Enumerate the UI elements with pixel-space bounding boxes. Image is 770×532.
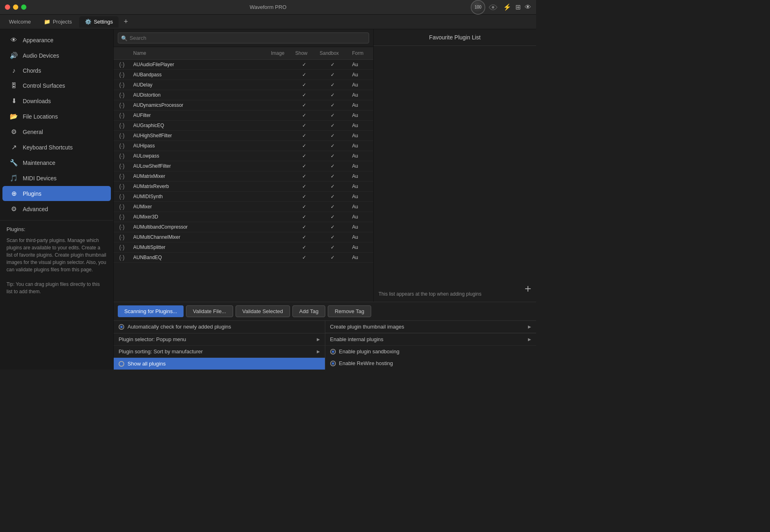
auto-check-radio[interactable]: [119, 324, 124, 330]
table-row[interactable]: (·) AULowShelfFilter ✓ ✓ Au: [114, 161, 373, 171]
show-all-plugins-option[interactable]: Show all plugins: [114, 358, 325, 370]
scan-plugins-button[interactable]: Scanning for Plugins...: [118, 305, 184, 317]
sidebar-item-general[interactable]: ⚙ General: [2, 124, 111, 139]
plugin-format: Au: [349, 243, 373, 252]
description-section-label: Plugins:: [6, 225, 107, 234]
sidebar-label-plugins: Plugins: [23, 190, 41, 197]
search-input[interactable]: [118, 32, 369, 43]
table-row[interactable]: (·) AUDistortion ✓ ✓ Au: [114, 90, 373, 100]
plugin-sandbox-check: ✓: [316, 91, 349, 99]
create-thumbnails-option[interactable]: Create plugin thumbnail images ▶: [325, 321, 536, 333]
plugin-name: AULowpass: [130, 151, 268, 160]
plugin-name: AUMIDISynth: [130, 192, 268, 201]
add-tag-button[interactable]: Add Tag: [292, 305, 325, 317]
plugin-type-icon: (·): [114, 253, 130, 262]
plugin-name: AUDynamicsProcessor: [130, 101, 268, 110]
table-row[interactable]: (·) AUNBandEQ ✓ ✓ Au: [114, 253, 373, 263]
table-row[interactable]: (·) AUMatrixMixer ✓ ✓ Au: [114, 171, 373, 182]
option-col-right-1: Create plugin thumbnail images ▶: [325, 321, 536, 333]
description-text: Scan for third-party plugins. Manage whi…: [6, 237, 107, 273]
sidebar-item-plugins[interactable]: ⊕ Plugins: [2, 186, 111, 201]
maximize-button[interactable]: [21, 4, 26, 10]
eye-icon[interactable]: 👁: [525, 4, 531, 11]
search-bar: 🔍: [114, 29, 373, 47]
sidebar-item-midi-devices[interactable]: 🎵 MIDI Devices: [2, 171, 111, 186]
plugin-name: AUNBandEQ: [130, 253, 268, 262]
usb-icon[interactable]: ⚡: [503, 3, 511, 11]
advanced-icon: ⚙: [10, 205, 18, 213]
volume-knob[interactable]: 100: [471, 0, 485, 15]
enable-rewire-label: Enable ReWire hosting: [339, 360, 393, 366]
downloads-icon: ⬇: [10, 97, 18, 105]
auto-check-option[interactable]: Automatically check for newly added plug…: [114, 321, 325, 333]
add-tab-button[interactable]: +: [120, 16, 132, 28]
chords-icon: ♪: [10, 67, 18, 74]
table-row[interactable]: (·) AUMultiChannelMixer ✓ ✓ Au: [114, 232, 373, 242]
enable-sandboxing-option[interactable]: Enable plugin sandboxing: [325, 346, 536, 357]
projects-icon: 📁: [44, 19, 50, 25]
plugin-type-icon: (·): [114, 182, 130, 191]
plugin-show-check: ✓: [292, 80, 316, 89]
enable-rewire-option[interactable]: Enable ReWire hosting: [325, 357, 536, 369]
plugin-type-icon: (·): [114, 151, 130, 161]
sidebar-item-maintenance[interactable]: 🔧 Maintenance: [2, 155, 111, 170]
table-row[interactable]: (·) AUDynamicsProcessor ✓ ✓ Au: [114, 100, 373, 110]
plugin-sandbox-check: ✓: [316, 212, 349, 221]
plugin-show-check: ✓: [292, 202, 316, 211]
plugin-selector-option[interactable]: Plugin selector: Popup menu ▶: [114, 333, 325, 346]
enable-internal-option[interactable]: Enable internal plugins ▶: [325, 333, 536, 346]
tab-projects[interactable]: 📁 Projects: [38, 16, 78, 28]
table-row[interactable]: (·) AUMIDISynth ✓ ✓ Au: [114, 192, 373, 202]
table-row[interactable]: (·) AUBandpass ✓ ✓ Au: [114, 70, 373, 80]
minimize-button[interactable]: [13, 4, 18, 10]
table-row[interactable]: (·) AUAudioFilePlayer ✓ ✓ Au: [114, 60, 373, 70]
plugin-type-icon: (·): [114, 100, 130, 110]
validate-file-button[interactable]: Validate File...: [186, 305, 233, 317]
table-row[interactable]: (·) AUFilter ✓ ✓ Au: [114, 110, 373, 121]
sidebar-item-keyboard-shortcuts[interactable]: ↗ Keyboard Shortcuts: [2, 140, 111, 155]
plugin-sorting-option[interactable]: Plugin sorting: Sort by manufacturer ▶: [114, 346, 325, 358]
plugin-name: AUMultibandCompressor: [130, 223, 268, 231]
table-row[interactable]: (·) AUMixer3D ✓ ✓ Au: [114, 212, 373, 222]
plugin-format: Au: [349, 212, 373, 221]
plugin-sandbox-check: ✓: [316, 182, 349, 191]
plugin-image-check: [268, 185, 292, 188]
remove-tag-button[interactable]: Remove Tag: [328, 305, 371, 317]
table-row[interactable]: (·) AUDelay ✓ ✓ Au: [114, 80, 373, 90]
validate-selected-button[interactable]: Validate Selected: [236, 305, 290, 317]
plugin-image-check: [268, 205, 292, 208]
table-row[interactable]: (·) AUMultiSplitter ✓ ✓ Au: [114, 242, 373, 253]
plugin-show-check: ✓: [292, 151, 316, 160]
close-button[interactable]: [5, 4, 10, 10]
plugin-show-check: ✓: [292, 182, 316, 191]
table-row[interactable]: (·) AULowpass ✓ ✓ Au: [114, 151, 373, 161]
plugin-panel: 🔍 Name Image Show Sandbox Form (·): [114, 29, 374, 302]
table-row[interactable]: (·) AUGraphicEQ ✓ ✓ Au: [114, 121, 373, 131]
sandboxing-radio[interactable]: [330, 349, 336, 355]
sidebar-item-chords[interactable]: ♪ Chords: [2, 63, 111, 78]
sidebar-item-appearance[interactable]: 👁 Appearance: [2, 33, 111, 48]
tab-welcome[interactable]: Welcome: [3, 16, 37, 28]
sidebar-item-file-locations[interactable]: 📂 File Locations: [2, 109, 111, 124]
layout-icon[interactable]: ⊞: [515, 3, 521, 11]
plugin-format: Au: [349, 253, 373, 262]
sidebar-item-audio-devices[interactable]: 🔊 Audio Devices: [2, 48, 111, 63]
plugin-image-check: [268, 144, 292, 147]
control-surfaces-icon: 🎛: [10, 82, 18, 89]
plugin-format: Au: [349, 162, 373, 171]
plugin-sandbox-check: ✓: [316, 101, 349, 110]
table-row[interactable]: (·) AUHighShelfFilter ✓ ✓ Au: [114, 131, 373, 141]
plugin-sandbox-check: ✓: [316, 172, 349, 181]
table-row[interactable]: (·) AUMixer ✓ ✓ Au: [114, 202, 373, 212]
sidebar-item-downloads[interactable]: ⬇ Downloads: [2, 93, 111, 108]
tab-settings[interactable]: ⚙️ Settings: [79, 16, 119, 28]
sidebar-item-control-surfaces[interactable]: 🎛 Control Surfaces: [2, 78, 111, 93]
show-all-radio[interactable]: [119, 361, 124, 367]
option-col-right-2: Enable internal plugins ▶ Enable plugin …: [325, 333, 536, 370]
table-row[interactable]: (·) AUMultibandCompressor ✓ ✓ Au: [114, 222, 373, 232]
add-favourite-button[interactable]: +: [525, 282, 531, 295]
sidebar-item-advanced[interactable]: ⚙ Advanced: [2, 201, 111, 216]
rewire-radio[interactable]: [330, 361, 336, 366]
table-row[interactable]: (·) AUMatrixReverb ✓ ✓ Au: [114, 182, 373, 192]
table-row[interactable]: (·) AUHipass ✓ ✓ Au: [114, 141, 373, 151]
